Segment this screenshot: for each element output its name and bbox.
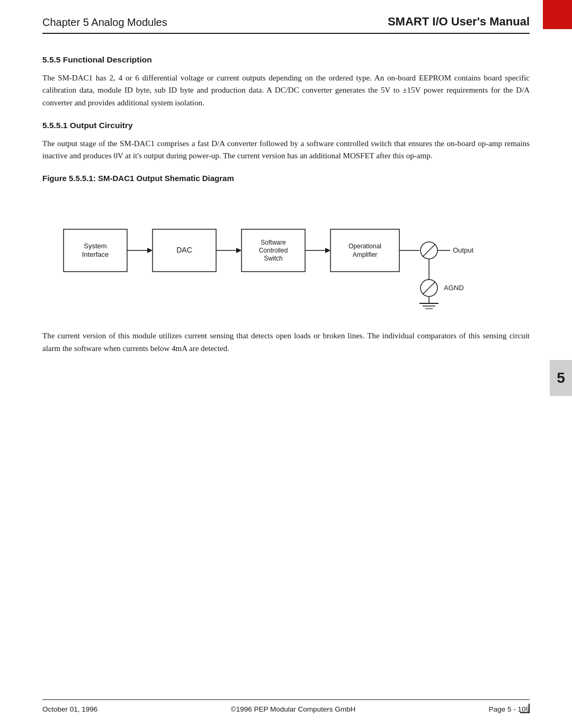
header: Chapter 5 Analog Modules SMART I/O User'… (42, 0, 530, 34)
svg-marker-4 (147, 248, 153, 253)
svg-text:Interface: Interface (82, 250, 109, 258)
main-content: 5.5.5 Functional Description The SM-DAC1… (42, 34, 530, 355)
svg-marker-8 (236, 248, 242, 253)
footer: October 01, 1996 ©1996 PEP Modular Compu… (42, 699, 530, 713)
current-version-paragraph: The current version of this module utili… (42, 330, 530, 355)
diagram-container: System Interface DAC Software Controlled… (58, 197, 530, 314)
chapter-tab: 5 (550, 360, 572, 396)
svg-text:DAC: DAC (176, 246, 192, 254)
functional-description-paragraph: The SM-DAC1 has 2, 4 or 6 differential v… (42, 72, 530, 109)
footer-corner-mark (520, 704, 530, 713)
footer-copyright: ©1996 PEP Modular Computers GmbH (231, 705, 356, 713)
svg-text:Operational: Operational (348, 242, 381, 250)
svg-text:System: System (84, 242, 106, 250)
figure-caption: Figure 5.5.5.1: SM-DAC1 Output Shematic … (42, 174, 530, 183)
output-circuitry-heading: 5.5.5.1 Output Circuitry (42, 121, 530, 130)
header-title: SMART I/O User's Manual (388, 15, 530, 29)
svg-line-20 (423, 244, 435, 257)
svg-text:AGND: AGND (444, 284, 464, 292)
svg-text:Software: Software (261, 239, 286, 246)
functional-description-heading: 5.5.5 Functional Description (42, 55, 530, 65)
output-circuitry-paragraph: The output stage of the SM-DAC1 comprise… (42, 138, 530, 163)
footer-date: October 01, 1996 (42, 705, 97, 713)
svg-marker-14 (325, 248, 330, 253)
svg-rect-15 (330, 229, 399, 272)
corner-decoration (540, 0, 572, 42)
svg-text:Output: Output (453, 246, 473, 254)
svg-text:Switch: Switch (264, 255, 282, 262)
svg-text:Controlled: Controlled (259, 247, 288, 254)
header-chapter: Chapter 5 Analog Modules (42, 16, 167, 29)
circuit-diagram: System Interface DAC Software Controlled… (58, 197, 493, 314)
svg-text:Amplifier: Amplifier (353, 251, 378, 258)
red-square (543, 0, 572, 29)
svg-line-25 (423, 282, 435, 294)
page: Chapter 5 Analog Modules SMART I/O User'… (0, 0, 572, 728)
